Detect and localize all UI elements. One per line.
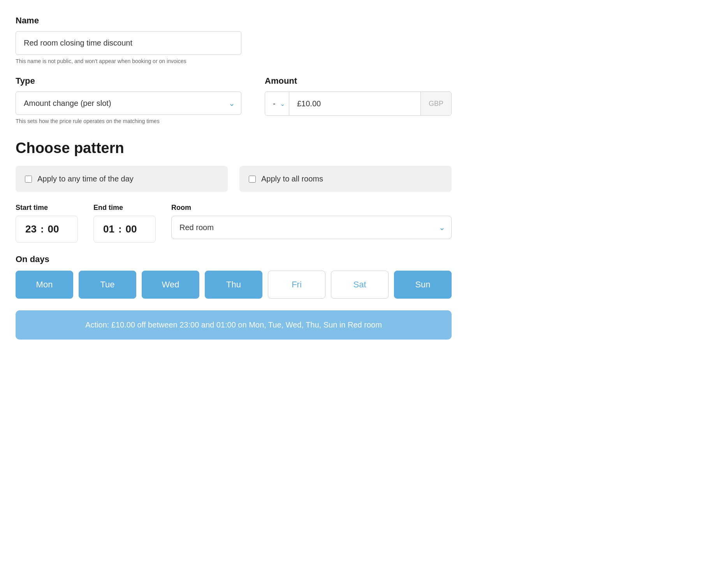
- day-btn-mon[interactable]: Mon: [16, 271, 73, 299]
- room-select-wrapper: Red room Blue room Green room ⌄: [171, 216, 452, 239]
- day-btn-tue[interactable]: Tue: [79, 271, 136, 299]
- end-time-colon: :: [118, 223, 122, 235]
- day-btn-wed[interactable]: Wed: [142, 271, 199, 299]
- type-section: Type Amount change (per slot) ⌄ This set…: [16, 76, 241, 124]
- end-time-box: 01 : 00: [93, 216, 156, 243]
- end-time-minutes: 00: [126, 223, 137, 235]
- day-btn-thu[interactable]: Thu: [205, 271, 262, 299]
- any-time-label: Apply to any time of the day: [37, 174, 134, 183]
- action-summary: Action: £10.00 off between 23:00 and 01:…: [16, 310, 452, 340]
- start-time-minutes: 00: [48, 223, 59, 235]
- amount-sign-chevron-icon: ⌄: [280, 100, 285, 107]
- end-time-col: End time 01 : 00: [93, 204, 156, 243]
- start-time-colon: :: [40, 223, 44, 235]
- pattern-options-row: Apply to any time of the day Apply to al…: [16, 166, 452, 192]
- time-room-row: Start time 23 : 00 End time 01 : 00 Room…: [16, 204, 452, 243]
- name-input[interactable]: [16, 31, 241, 55]
- amount-label: Amount: [265, 76, 452, 86]
- name-section: Name This name is not public, and won't …: [16, 16, 452, 64]
- type-label: Type: [16, 76, 241, 86]
- amount-sign-select[interactable]: - +: [271, 99, 279, 108]
- name-label: Name: [16, 16, 452, 26]
- all-rooms-label: Apply to all rooms: [261, 174, 323, 183]
- all-rooms-option[interactable]: Apply to all rooms: [239, 166, 452, 192]
- start-time-hours: 23: [25, 223, 37, 235]
- amount-section: Amount - + ⌄ GBP: [265, 76, 452, 116]
- any-time-checkbox[interactable]: [25, 176, 32, 183]
- amount-sign-wrapper: - + ⌄: [265, 92, 289, 115]
- amount-group: - + ⌄ GBP: [265, 92, 452, 116]
- all-rooms-checkbox[interactable]: [249, 176, 256, 183]
- room-label: Room: [171, 204, 452, 212]
- room-select[interactable]: Red room Blue room Green room: [171, 216, 452, 239]
- amount-currency: GBP: [420, 92, 451, 115]
- amount-value-input[interactable]: [289, 92, 420, 115]
- days-row: MonTueWedThuFriSatSun: [16, 271, 452, 299]
- name-helper: This name is not public, and won't appea…: [16, 58, 452, 64]
- room-col: Room Red room Blue room Green room ⌄: [171, 204, 452, 239]
- type-select-wrapper: Amount change (per slot) ⌄: [16, 92, 241, 115]
- day-btn-sun[interactable]: Sun: [394, 271, 452, 299]
- on-days-label: On days: [16, 254, 452, 264]
- day-btn-fri[interactable]: Fri: [268, 271, 325, 299]
- start-time-label: Start time: [16, 204, 78, 212]
- start-time-box: 23 : 00: [16, 216, 78, 243]
- start-time-col: Start time 23 : 00: [16, 204, 78, 243]
- day-btn-sat[interactable]: Sat: [331, 271, 389, 299]
- any-time-option[interactable]: Apply to any time of the day: [16, 166, 228, 192]
- end-time-label: End time: [93, 204, 156, 212]
- end-time-hours: 01: [103, 223, 114, 235]
- choose-pattern-title: Choose pattern: [16, 140, 452, 157]
- type-helper: This sets how the price rule operates on…: [16, 118, 241, 124]
- type-amount-row: Type Amount change (per slot) ⌄ This set…: [16, 76, 452, 124]
- type-select[interactable]: Amount change (per slot): [16, 92, 241, 115]
